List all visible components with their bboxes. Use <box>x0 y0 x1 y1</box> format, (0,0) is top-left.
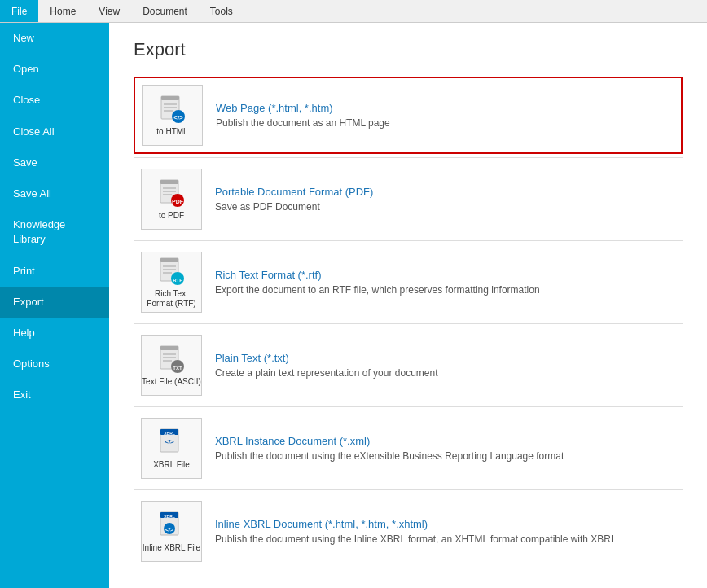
sidebar-item-close[interactable]: Close <box>0 85 109 116</box>
inline-xbrl-icon-label: Inline XBRL File <box>143 543 200 553</box>
txt-export-text: Plain Text (*.txt) Create a plain text r… <box>215 352 438 379</box>
html-icon: </> <box>158 94 187 124</box>
divider-4 <box>134 406 683 407</box>
sidebar-item-new[interactable]: New <box>0 23 109 54</box>
export-item-txt[interactable]: TXT Text File (ASCII) Plain Text (*.txt)… <box>134 327 683 403</box>
divider-2 <box>134 240 683 241</box>
svg-text:PDF: PDF <box>172 199 184 204</box>
menu-tab-file[interactable]: File <box>0 0 38 22</box>
main-content: Export </> to HTML Web Page (*.html, *.h… <box>109 23 707 588</box>
svg-rect-8 <box>160 180 178 184</box>
pdf-export-text: Portable Document Format (PDF) Save as P… <box>215 186 373 213</box>
divider-1 <box>134 157 683 158</box>
pdf-icon-box: PDF to PDF <box>141 169 202 230</box>
rtf-icon-label: Rich TextFormat (RTF) <box>147 289 195 309</box>
sidebar-item-help[interactable]: Help <box>0 318 109 349</box>
sidebar-item-export[interactable]: Export <box>0 287 109 318</box>
inline-xbrl-export-desc: Publish the document using the Inline XB… <box>215 533 617 545</box>
svg-rect-15 <box>160 258 178 262</box>
html-icon-label: to HTML <box>156 127 187 137</box>
txt-icon-box: TXT Text File (ASCII) <box>141 335 202 396</box>
sidebar: New Open Close Close All Save Save All K… <box>0 23 109 588</box>
xbrl-export-desc: Publish the document using the eXtensibl… <box>215 450 564 462</box>
svg-rect-1 <box>161 96 179 100</box>
rtf-export-desc: Export the document to an RTF file, whic… <box>215 284 540 296</box>
html-export-text: Web Page (*.html, *.htm) Publish the doc… <box>216 102 390 129</box>
html-export-desc: Publish the document as an HTML page <box>216 117 390 129</box>
inline-xbrl-export-title: Inline XBRL Document (*.html, *.htm, *.x… <box>215 518 617 530</box>
sidebar-item-exit[interactable]: Exit <box>0 380 109 410</box>
svg-text:</>: </> <box>173 114 183 121</box>
svg-text:</>: </> <box>165 438 174 445</box>
html-export-title: Web Page (*.html, *.htm) <box>216 102 390 114</box>
xbrl-export-text: XBRL Instance Document (*.xml) Publish t… <box>215 435 564 462</box>
svg-rect-22 <box>160 346 178 350</box>
export-item-pdf[interactable]: PDF to PDF Portable Document Format (PDF… <box>134 161 683 237</box>
xbrl-icon: XBRL </> <box>157 428 187 457</box>
rtf-export-text: Rich Text Format (*.rtf) Export the docu… <box>215 269 540 296</box>
txt-export-desc: Create a plain text representation of yo… <box>215 367 438 379</box>
sidebar-item-save-all[interactable]: Save All <box>0 178 109 209</box>
txt-icon-label: Text File (ASCII) <box>142 377 201 387</box>
export-item-xbrl[interactable]: XBRL </> XBRL File XBRL Instance Documen… <box>134 410 683 486</box>
menu-tab-document[interactable]: Document <box>131 0 199 22</box>
divider-5 <box>134 489 683 490</box>
svg-text:TXT: TXT <box>173 366 182 371</box>
inline-xbrl-icon-box: XBRL </> Inline XBRL File <box>141 501 202 562</box>
sidebar-item-options[interactable]: Options <box>0 349 109 380</box>
xbrl-icon-label: XBRL File <box>153 460 190 470</box>
export-item-inline-xbrl[interactable]: XBRL </> Inline XBRL File Inline XBRL Do… <box>134 494 683 569</box>
sidebar-item-open[interactable]: Open <box>0 54 109 85</box>
svg-text:RTF: RTF <box>173 278 182 283</box>
svg-text:XBRL: XBRL <box>164 431 175 436</box>
rtf-icon: RTF <box>157 257 187 286</box>
xbrl-export-title: XBRL Instance Document (*.xml) <box>215 435 564 447</box>
page-title: Export <box>134 39 683 60</box>
menu-tab-home[interactable]: Home <box>38 0 87 22</box>
sidebar-item-print[interactable]: Print <box>0 256 109 287</box>
pdf-export-title: Portable Document Format (PDF) <box>215 186 373 198</box>
pdf-export-desc: Save as PDF Document <box>215 201 373 213</box>
inline-xbrl-export-text: Inline XBRL Document (*.html, *.htm, *.x… <box>215 518 617 545</box>
export-item-html[interactable]: </> to HTML Web Page (*.html, *.htm) Pub… <box>134 77 683 154</box>
menu-bar: File Home View Document Tools <box>0 0 707 23</box>
menu-tab-tools[interactable]: Tools <box>199 0 244 22</box>
txt-export-title: Plain Text (*.txt) <box>215 352 438 364</box>
inline-xbrl-icon: XBRL </> <box>157 511 187 540</box>
export-item-rtf[interactable]: RTF Rich TextFormat (RTF) Rich Text Form… <box>134 244 683 320</box>
divider-3 <box>134 323 683 324</box>
pdf-icon-label: to PDF <box>159 211 184 221</box>
sidebar-item-close-all[interactable]: Close All <box>0 116 109 147</box>
svg-text:XBRL: XBRL <box>164 514 175 519</box>
pdf-icon: PDF <box>157 178 187 208</box>
rtf-export-title: Rich Text Format (*.rtf) <box>215 269 540 281</box>
svg-text:</>: </> <box>165 527 173 533</box>
app-layout: New Open Close Close All Save Save All K… <box>0 23 707 588</box>
txt-icon: TXT <box>157 344 187 374</box>
xbrl-icon-box: XBRL </> XBRL File <box>141 418 202 479</box>
sidebar-item-knowledge-library[interactable]: Knowledge Library <box>0 209 109 255</box>
html-icon-box: </> to HTML <box>142 85 203 146</box>
rtf-icon-box: RTF Rich TextFormat (RTF) <box>141 252 202 313</box>
sidebar-item-save[interactable]: Save <box>0 147 109 178</box>
menu-tab-view[interactable]: View <box>87 0 131 22</box>
